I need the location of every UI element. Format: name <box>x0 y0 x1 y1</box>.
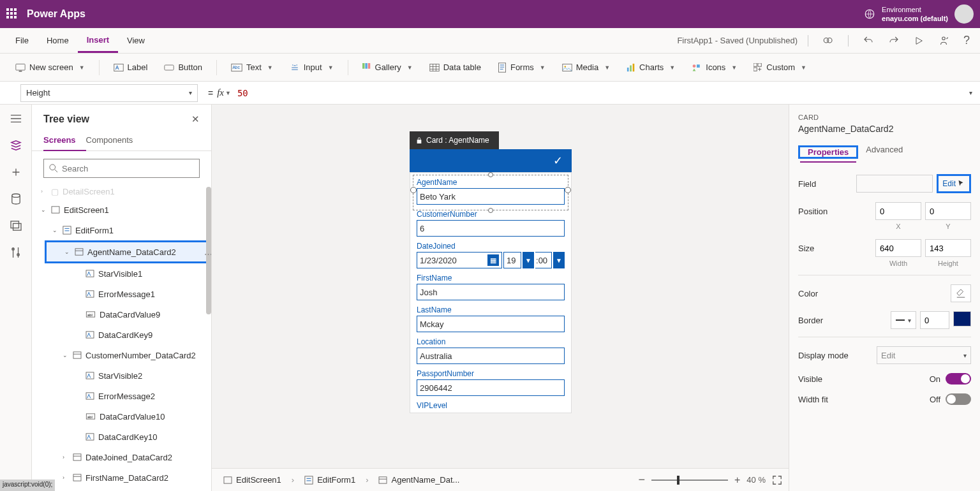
tree-search[interactable] <box>43 159 200 178</box>
tree-node-star2[interactable]: StarVisible2 <box>32 365 211 386</box>
media-dropdown[interactable]: Media▼ <box>556 59 616 76</box>
rail-hamburger-icon[interactable] <box>10 112 22 125</box>
fx-icon[interactable]: fx▼ <box>217 87 231 98</box>
gallery-dropdown[interactable]: Gallery▼ <box>356 59 419 76</box>
tree-node-custcard[interactable]: ⌄CustomerNumber_DataCard2 <box>32 345 211 365</box>
svg-rect-47 <box>224 476 232 483</box>
icons-dropdown[interactable]: Icons▼ <box>685 59 743 76</box>
user-avatar-icon[interactable] <box>954 4 974 24</box>
tab-screens[interactable]: Screens <box>43 130 86 151</box>
menu-bar: File Home Insert View FirstApp1 - Saved … <box>0 28 980 54</box>
tree-node-val9[interactable]: ablDataCardValue9 <box>32 304 211 325</box>
redo-icon[interactable] <box>884 31 903 50</box>
property-selector[interactable]: Height▾ <box>20 84 198 102</box>
input-dropdown[interactable]: Input▼ <box>283 59 340 76</box>
field-datejoined[interactable]: DateJoined 1/23/2020▦ 19 ▼ :00 ▼ <box>412 238 570 270</box>
edit-fields-link[interactable]: Edit <box>939 176 969 191</box>
bc-agentcard[interactable]: AgentName_Dat... <box>373 473 464 487</box>
tree-node-key9[interactable]: DataCardKey9 <box>32 325 211 345</box>
new-screen-button[interactable]: New screen▼ <box>9 59 91 76</box>
svg-rect-10 <box>362 63 365 69</box>
rail-insert-icon[interactable] <box>10 166 22 179</box>
fit-screen-icon[interactable] <box>772 475 782 485</box>
visible-toggle[interactable] <box>946 373 971 385</box>
custom-dropdown[interactable]: Custom▼ <box>747 59 813 76</box>
formula-input[interactable]: 50 <box>235 88 961 98</box>
widthfit-toggle[interactable] <box>946 393 971 405</box>
menu-insert[interactable]: Insert <box>78 28 118 53</box>
field-firstname[interactable]: FirstName Josh <box>412 270 570 302</box>
waffle-menu-icon[interactable] <box>6 8 18 20</box>
color-picker[interactable] <box>951 284 971 302</box>
svg-rect-12 <box>368 63 370 69</box>
undo-icon[interactable] <box>859 31 878 50</box>
rail-data-icon[interactable] <box>10 193 22 205</box>
bc-editform[interactable]: EditForm1 <box>299 473 360 487</box>
tree-node-editscreen[interactable]: ⌄EditScreen1 <box>32 200 211 220</box>
svg-rect-29 <box>52 207 59 213</box>
minute-drop-icon[interactable]: ▼ <box>553 252 565 268</box>
border-color-swatch[interactable] <box>953 311 971 326</box>
calendar-icon[interactable]: ▦ <box>487 254 499 266</box>
help-icon[interactable]: ? <box>960 30 974 51</box>
canvas[interactable]: Card : AgentName ✓ AgentName Beto Yark C… <box>212 105 789 491</box>
hour-drop-icon[interactable]: ▼ <box>523 252 534 268</box>
menu-file[interactable]: File <box>6 28 38 53</box>
bc-editscreen[interactable]: EditScreen1 <box>218 473 286 487</box>
tree-node-firstcard[interactable]: ›FirstName_DataCard2 <box>32 467 211 488</box>
rail-treeview-icon[interactable] <box>10 139 22 152</box>
minute-input[interactable]: :00 <box>535 252 552 268</box>
field-location[interactable]: Location Australia <box>412 333 570 365</box>
size-w-input[interactable] <box>875 239 921 257</box>
tree-node-editform[interactable]: ⌄EditForm1 <box>32 220 211 240</box>
menu-view[interactable]: View <box>118 28 154 53</box>
lock-icon <box>416 136 422 144</box>
share-icon[interactable] <box>934 31 953 50</box>
tab-components[interactable]: Components <box>86 130 144 150</box>
submit-check-icon[interactable]: ✓ <box>553 154 563 168</box>
play-icon[interactable] <box>910 32 928 50</box>
field-lastname[interactable]: LastName Mckay <box>412 302 570 333</box>
display-mode-select[interactable]: Edit▾ <box>877 346 971 364</box>
rail-media-icon[interactable] <box>10 219 22 232</box>
menu-home[interactable]: Home <box>38 28 78 53</box>
tree-node-key10[interactable]: DataCardKey10 <box>32 427 211 447</box>
rail-settings-icon[interactable] <box>10 246 22 259</box>
tree-node-star1[interactable]: StarVisible1 <box>32 263 211 284</box>
tree-node-lastcard[interactable]: ›LastName_DataCard2 <box>32 488 211 491</box>
position-x-input[interactable] <box>875 202 921 220</box>
tree-node-datecard[interactable]: ›DateJoined_DataCard2 <box>32 447 211 467</box>
tree-search-input[interactable] <box>62 164 194 173</box>
environment-label: Environment <box>882 5 948 14</box>
label-button[interactable]: Label <box>107 59 154 76</box>
zoom-out-icon[interactable]: − <box>639 473 646 487</box>
button-button[interactable]: Button <box>158 59 209 76</box>
size-h-input[interactable] <box>925 239 971 257</box>
data-table-button[interactable]: Data table <box>423 59 487 76</box>
date-input[interactable]: 1/23/2020▦ <box>417 252 502 268</box>
app-checker-icon[interactable] <box>819 31 838 50</box>
tab-advanced[interactable]: Advanced <box>858 140 910 159</box>
tree-node-val10[interactable]: ablDataCardValue10 <box>32 406 211 427</box>
field-vip[interactable]: VIPLevel <box>412 397 570 410</box>
svg-point-25 <box>11 194 19 197</box>
environment[interactable]: Environment enayu.com (default) <box>882 5 948 24</box>
border-width-input[interactable] <box>920 311 949 329</box>
position-y-input[interactable] <box>925 202 971 220</box>
text-dropdown[interactable]: Abc Text▼ <box>225 59 279 76</box>
tree-node-err2[interactable]: ErrorMessage2 <box>32 386 211 406</box>
tree-node-agentcard[interactable]: ⌄AgentName_DataCard2 <box>45 240 211 263</box>
svg-rect-43 <box>73 454 81 460</box>
field-passport[interactable]: PassportNumber 2906442 <box>412 365 570 397</box>
forms-dropdown[interactable]: Forms▼ <box>491 59 552 77</box>
border-style-picker[interactable]: ▾ <box>891 311 916 329</box>
hour-input[interactable]: 19 <box>503 252 521 268</box>
formula-expand-icon[interactable]: ▾ <box>969 89 972 96</box>
tree-view-close-icon[interactable]: ✕ <box>191 114 200 125</box>
tree-node-detail[interactable]: ›▢ DetailScreen1 <box>32 183 211 200</box>
zoom-in-icon[interactable]: + <box>734 474 740 486</box>
charts-dropdown[interactable]: Charts▼ <box>620 59 681 76</box>
tree-node-err1[interactable]: ErrorMessage1 <box>32 284 211 304</box>
tab-properties[interactable]: Properties <box>800 143 856 163</box>
zoom-slider[interactable] <box>651 480 728 481</box>
